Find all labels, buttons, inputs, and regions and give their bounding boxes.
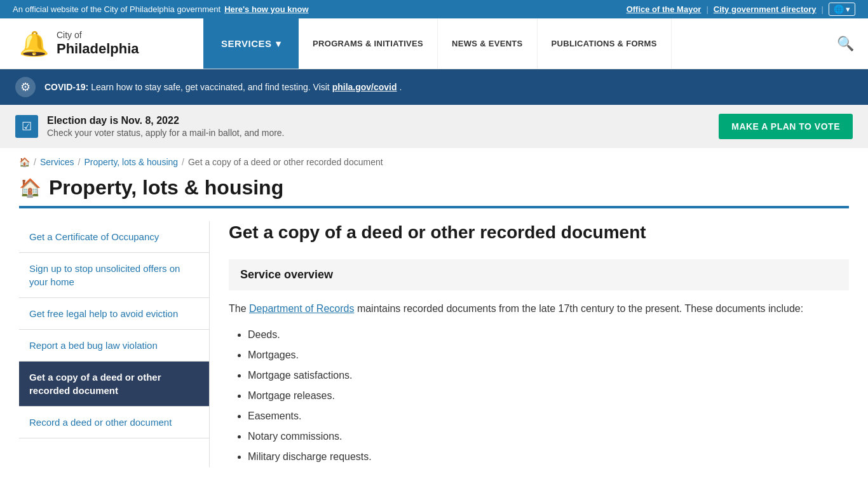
election-title: Election day is Nov. 8, 2022 xyxy=(47,115,285,126)
house-icon: 🏠 xyxy=(19,177,41,198)
list-item: Mortgage releases. xyxy=(248,386,849,406)
publications-forms-link[interactable]: PUBLICATIONS & FORMS xyxy=(538,18,672,69)
election-icon: ☑ xyxy=(15,115,38,138)
sidebar-item-copy-deed[interactable]: Get a copy of a deed or other recorded d… xyxy=(19,362,209,407)
top-banner: An official website of the City of Phila… xyxy=(0,0,868,18)
covid-bold: COVID-19: xyxy=(44,82,88,92)
separator-1: | xyxy=(706,4,708,14)
chevron-down-icon: ▾ xyxy=(846,4,850,14)
sidebar-item-unsolicited-offers[interactable]: Sign up to stop unsolicited offers on yo… xyxy=(19,253,209,298)
election-text: Election day is Nov. 8, 2022 Check your … xyxy=(47,115,285,138)
official-text: An official website of the City of Phila… xyxy=(13,4,220,14)
content-area: Get a copy of a deed or other recorded d… xyxy=(229,221,849,467)
globe-icon: 🌐 xyxy=(834,4,844,14)
service-overview-heading: Service overview xyxy=(240,268,837,281)
list-item: Mortgages. xyxy=(248,345,849,365)
intro-text: The xyxy=(229,303,247,314)
list-item: Deeds. xyxy=(248,325,849,345)
service-overview-box: Service overview xyxy=(229,259,849,290)
sidebar-item-legal-help-eviction[interactable]: Get free legal help to avoid eviction xyxy=(19,298,209,330)
logo: 🔔 City of Philadelphia xyxy=(0,18,203,69)
breadcrumb: 🏠 / Services / Property, lots & housing … xyxy=(0,148,868,176)
breadcrumb-current: Get a copy of a deed or other recorded d… xyxy=(188,157,383,167)
election-banner: ☑ Election day is Nov. 8, 2022 Check you… xyxy=(0,105,868,148)
breadcrumb-sep-1: / xyxy=(34,157,36,167)
sidebar-item-certificate-occupancy[interactable]: Get a Certificate of Occupancy xyxy=(19,221,209,253)
list-item: Military discharge requests. xyxy=(248,447,849,467)
breadcrumb-sep-3: / xyxy=(182,157,184,167)
page-title-text: Property, lots & housing xyxy=(49,176,283,200)
election-subtitle: Check your voter status, apply for a mai… xyxy=(47,128,285,138)
city-of-label: City of xyxy=(57,30,139,41)
philadelphia-label: Philadelphia xyxy=(57,41,139,57)
city-gov-directory-link[interactable]: City government directory xyxy=(714,4,817,14)
philly-bell-icon: 🔔 xyxy=(19,30,49,58)
main-content: Get a Certificate of Occupancy Sign up t… xyxy=(0,208,868,480)
news-events-link[interactable]: NEWS & EVENTS xyxy=(438,18,538,69)
programs-initiatives-link[interactable]: PROGRAMS & INITIATIVES xyxy=(299,18,438,69)
services-dropdown[interactable]: SERVICES ▾ xyxy=(203,18,299,69)
home-icon: 🏠 xyxy=(19,157,30,167)
services-label: SERVICES xyxy=(221,38,272,49)
breadcrumb-services-link[interactable]: Services xyxy=(40,157,74,167)
breadcrumb-sep-2: / xyxy=(78,157,81,167)
breadcrumb-property-link[interactable]: Property, lots & housing xyxy=(84,157,178,167)
chevron-down-icon: ▾ xyxy=(276,38,281,50)
main-nav: PROGRAMS & INITIATIVES NEWS & EVENTS PUB… xyxy=(299,18,868,69)
sidebar: Get a Certificate of Occupancy Sign up t… xyxy=(19,221,210,467)
list-item: Mortgage satisfactions. xyxy=(248,365,849,386)
covid-text: COVID-19: Learn how to stay safe, get va… xyxy=(44,82,402,92)
intro-rest: maintains recorded documents from the la… xyxy=(357,303,803,314)
list-item: Notary commissions. xyxy=(248,426,849,447)
dept-of-records-link[interactable]: Department of Records xyxy=(249,303,354,314)
top-banner-right: Office of the Mayor | City government di… xyxy=(627,3,855,16)
logo-text: City of Philadelphia xyxy=(57,30,139,57)
content-title: Get a copy of a deed or other recorded d… xyxy=(229,221,849,244)
covid-icon: ⚙ xyxy=(15,77,36,97)
page-title-wrapper: 🏠 Property, lots & housing xyxy=(0,176,868,208)
content-intro: The Department of Records maintains reco… xyxy=(229,301,849,317)
page-title: 🏠 Property, lots & housing xyxy=(19,176,849,200)
search-button[interactable]: 🔍 xyxy=(823,36,868,52)
covid-banner: ⚙ COVID-19: Learn how to stay safe, get … xyxy=(0,69,868,105)
language-button[interactable]: 🌐 ▾ xyxy=(829,3,855,16)
documents-list: Deeds. Mortgages. Mortgage satisfactions… xyxy=(229,325,849,467)
list-item: Easements. xyxy=(248,406,849,426)
phila-covid-link[interactable]: phila.gov/covid xyxy=(332,82,397,92)
header: 🔔 City of Philadelphia SERVICES ▾ PROGRA… xyxy=(0,18,868,69)
office-of-mayor-link[interactable]: Office of the Mayor xyxy=(627,4,702,14)
sidebar-item-bed-bug-violation[interactable]: Report a bed bug law violation xyxy=(19,330,209,362)
search-icon: 🔍 xyxy=(837,36,854,52)
make-plan-to-vote-button[interactable]: MAKE A PLAN TO VOTE xyxy=(719,114,853,139)
separator-2: | xyxy=(822,4,824,14)
how-to-know-link[interactable]: Here's how you know xyxy=(224,4,308,14)
breadcrumb-home-link[interactable]: 🏠 xyxy=(19,157,30,167)
sidebar-item-record-deed[interactable]: Record a deed or other document xyxy=(19,407,209,438)
